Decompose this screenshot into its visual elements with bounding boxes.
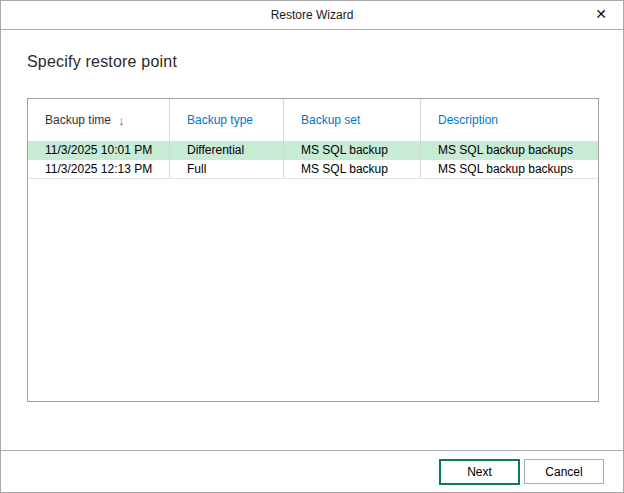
- column-header-label: Backup set: [301, 113, 360, 127]
- column-header-label: Backup time: [45, 113, 111, 127]
- column-header-backup-time[interactable]: Backup time ↓: [28, 99, 170, 141]
- sort-descending-icon: ↓: [118, 113, 125, 128]
- cell-backup-set: MS SQL backup: [284, 141, 421, 160]
- next-button[interactable]: Next: [439, 459, 520, 485]
- restore-points-table: Backup time ↓ Backup type Backup set Des…: [27, 98, 599, 402]
- cell-backup-set: MS SQL backup: [284, 160, 421, 179]
- titlebar: Restore Wizard ✕: [1, 1, 623, 30]
- cell-backup-time: 11/3/2025 12:13 PM: [28, 160, 170, 179]
- table-row-selected[interactable]: 11/3/2025 10:01 PM Differential MS SQL b…: [28, 141, 598, 160]
- cancel-button[interactable]: Cancel: [524, 459, 604, 484]
- page-title: Specify restore point: [27, 53, 177, 71]
- restore-wizard-dialog: Restore Wizard ✕ Specify restore point B…: [0, 0, 624, 493]
- footer-divider: [1, 450, 623, 451]
- cell-description: MS SQL backup backups: [421, 160, 598, 179]
- dialog-title: Restore Wizard: [1, 1, 623, 30]
- cell-backup-type: Differential: [170, 141, 284, 160]
- column-header-backup-set[interactable]: Backup set: [284, 99, 421, 141]
- table-header-row: Backup time ↓ Backup type Backup set Des…: [28, 99, 598, 141]
- cell-description: MS SQL backup backups: [421, 141, 598, 160]
- column-header-label: Description: [438, 113, 498, 127]
- column-header-description[interactable]: Description: [421, 99, 598, 141]
- close-icon[interactable]: ✕: [589, 1, 613, 30]
- column-header-backup-type[interactable]: Backup type: [170, 99, 284, 141]
- table-row[interactable]: 11/3/2025 12:13 PM Full MS SQL backup MS…: [28, 160, 598, 179]
- cell-backup-type: Full: [170, 160, 284, 179]
- cell-backup-time: 11/3/2025 10:01 PM: [28, 141, 170, 160]
- column-header-label: Backup type: [187, 113, 253, 127]
